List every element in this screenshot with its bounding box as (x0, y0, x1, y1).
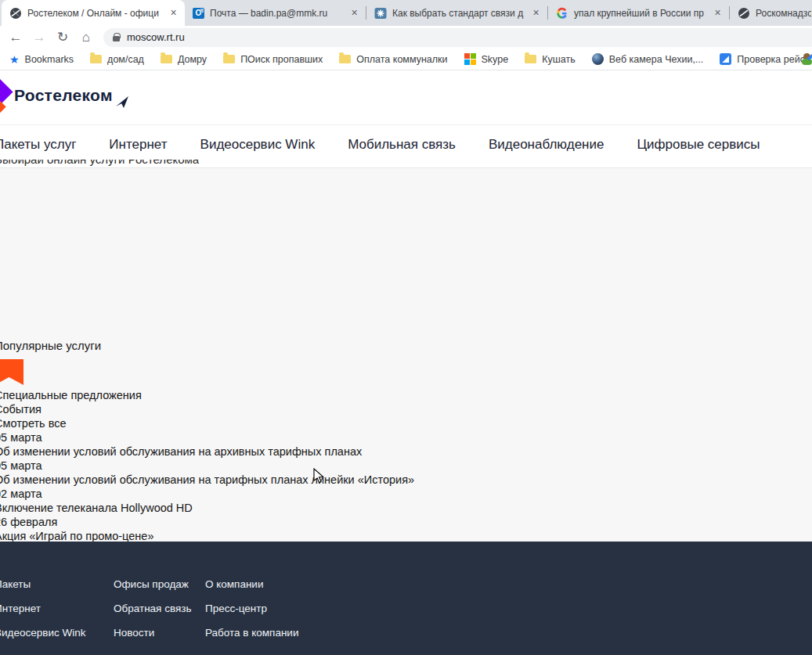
nav-item-mobile[interactable]: Мобильная связь (348, 137, 456, 153)
tab-title: Ростелеком / Онлайм - офици (27, 8, 161, 19)
news-title[interactable]: Включение телеканала Hollywood HD (0, 501, 812, 515)
bookmark-label: Оплата коммуналки (356, 54, 447, 65)
footer-link-about[interactable]: О компании (205, 578, 807, 591)
home-icon[interactable]: ⌂ (77, 28, 96, 47)
browser-toolbar: ← → ↻ ⌂ moscow.rt.ru (0, 26, 812, 49)
link-see-all[interactable]: Смотреть все (0, 416, 812, 430)
microsoft-icon (464, 53, 476, 65)
tab-title: Почта — badin.pa@mmk.ru (210, 8, 342, 19)
tab-title: упал крупнейший в России пр (574, 8, 706, 19)
globe-icon (9, 7, 22, 20)
news-date: 05 марта (0, 430, 812, 444)
bookmarks-bar: ★ Bookmarks дом/сад Домру ПОиск пропавши… (0, 49, 812, 70)
forward-icon[interactable]: → (30, 28, 49, 47)
bookmark-skype[interactable]: Skype (464, 53, 509, 65)
close-icon[interactable]: × (529, 6, 543, 20)
footer-link-packages[interactable]: Пакеты (0, 578, 114, 591)
bookmark-folder-dom-sad[interactable]: дом/сад (90, 54, 144, 65)
bookmark-cut-icon[interactable] (802, 53, 812, 66)
rostelecom-logo-icon (0, 75, 16, 121)
close-icon[interactable]: × (348, 6, 361, 20)
nav-item-surveillance[interactable]: Видеонаблюдение (489, 137, 604, 153)
address-bar[interactable]: moscow.rt.ru (103, 28, 812, 47)
bookmark-folder-oplata[interactable]: Оплата коммуналки (339, 54, 447, 65)
close-icon[interactable]: × (711, 6, 724, 20)
tab-title: Как выбрать стандарт связи д (392, 8, 524, 19)
folder-icon (161, 55, 172, 63)
back-icon[interactable]: ← (6, 28, 25, 47)
footer-link-jobs[interactable]: Работа в компании (205, 627, 807, 639)
bookmark-label: ПОиск пропавших (240, 54, 323, 65)
folder-icon (339, 55, 351, 63)
globe-photo-icon (592, 53, 604, 65)
tab-google-search[interactable]: упал крупнейший в России пр × (548, 0, 729, 26)
bookmark-webcam[interactable]: Веб камера Чехии,... (592, 53, 704, 65)
lock-icon (113, 36, 120, 41)
section-title: Популярные услуги (0, 339, 812, 352)
bookmark-folder-kushat[interactable]: Кушать (525, 54, 575, 65)
bookmark-label: Кушать (542, 54, 575, 65)
star-icon: ★ (9, 54, 20, 65)
footer-link-feedback[interactable]: Обратная связь (114, 603, 205, 615)
reload-icon[interactable]: ↻ (53, 28, 72, 47)
google-g-icon (556, 7, 568, 20)
footer-link-offices[interactable]: Офисы продаж (114, 578, 205, 591)
news-date: 05 марта (0, 459, 812, 473)
site-nav: Пакеты услуг Интернет Видеосервис Wink М… (0, 125, 812, 168)
tab-standart-svyazi[interactable]: Как выбрать стандарт связи д × (366, 0, 547, 26)
nav-item-packages[interactable]: Пакеты услуг (0, 137, 76, 153)
nav-item-wink[interactable]: Видеосервис Wink (200, 137, 316, 153)
folder-icon (525, 55, 536, 63)
location-arrow-icon (116, 96, 130, 109)
link-special-offers[interactable]: Специальные предложения (0, 388, 812, 402)
site-header: Ростелеком (0, 70, 812, 125)
news-date: 02 марта (0, 487, 812, 501)
bookmark-folder-poisk[interactable]: ПОиск пропавших (223, 54, 323, 65)
mouse-cursor (313, 468, 325, 484)
bookmark-label: Bookmarks (25, 54, 74, 65)
close-icon[interactable]: × (167, 6, 180, 20)
link-events[interactable]: События (0, 402, 812, 416)
bookmark-bookmarks[interactable]: ★ Bookmarks (9, 54, 74, 65)
tab-mail[interactable]: O Почта — badin.pa@mmk.ru × (185, 0, 366, 26)
bookmark-label: Skype (482, 54, 509, 65)
url-text[interactable]: moscow.rt.ru (127, 31, 185, 43)
nav-item-digital[interactable]: Цифровые сервисы (637, 137, 760, 153)
footer-link-news[interactable]: Новости (114, 627, 205, 639)
bookmark-folder-domru[interactable]: Домру (161, 54, 207, 65)
folder-icon (223, 55, 235, 63)
news-title[interactable]: Об изменении условий обслуживания на арх… (0, 444, 812, 459)
rostelecom-logo-text[interactable]: Ростелеком (14, 86, 113, 105)
footer-link-press[interactable]: Пресс-центр (205, 603, 807, 615)
page-content: Популярные услуги Специальные предложени… (0, 168, 812, 542)
nav-item-internet[interactable]: Интернет (109, 137, 167, 153)
tab-roskomnadzor[interactable]: Роскомнадзор (730, 0, 812, 26)
footer-link-wink[interactable]: Видеосервис Wink (0, 627, 114, 639)
tab-title: Роскомнадзор (756, 8, 811, 19)
outlook-icon: O (193, 8, 204, 19)
news-date: 26 февраля (0, 515, 812, 529)
tab-strip: Ростелеком / Онлайм - офици × O Почта — … (0, 0, 812, 26)
bookmark-label: Веб камера Чехии,... (609, 54, 704, 65)
bookmark-label: Домру (178, 54, 207, 65)
news-title[interactable]: Об изменении условий обслуживания на тар… (0, 473, 812, 487)
ribbon-bookmark-icon (0, 359, 23, 385)
starburst-icon (374, 7, 387, 20)
folder-icon (90, 55, 102, 63)
news-title[interactable]: Акция «Играй по промо-цене» (0, 529, 812, 542)
bookmark-flight-check[interactable]: Проверка рейса и... (720, 53, 812, 65)
globe-icon (738, 7, 750, 20)
footer-link-internet[interactable]: Интернет (0, 603, 114, 615)
tab-rostelecom[interactable]: Ростелеком / Онлайм - офици × (2, 0, 185, 26)
bookmark-label: Проверка рейса и... (737, 54, 812, 65)
flight-icon (720, 53, 731, 65)
clipped-heading: Выбирай онлайн услуги Ростелекома (0, 160, 199, 167)
bookmark-label: дом/сад (107, 54, 144, 65)
site-footer: Пакеты Офисы продаж О компании Интернет … (0, 542, 812, 655)
